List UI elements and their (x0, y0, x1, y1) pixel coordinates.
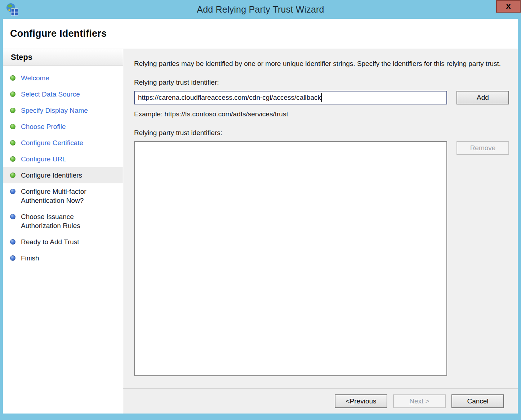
next-button[interactable]: Next > (393, 394, 446, 408)
page-description: Relying parties may be identified by one… (134, 59, 505, 68)
step-label: Configure Certificate (21, 138, 83, 147)
sidebar-item-choose-issuance-authorization-rules[interactable]: Choose Issuance Authorization Rules (3, 209, 123, 234)
content-pane: Relying parties may be identified by one… (123, 49, 518, 414)
sidebar-item-choose-profile[interactable]: Choose Profile (3, 119, 123, 135)
footer-button-bar: < Previous Next > Cancel (123, 388, 518, 414)
window-title: Add Relying Party Trust Wizard (197, 4, 324, 15)
step-status-bullet-icon (10, 189, 15, 194)
step-status-bullet-icon (10, 75, 15, 81)
identifier-input[interactable]: https://carena.cloudflareaccess.com/cdn-… (134, 91, 447, 104)
step-status-bullet-icon (10, 91, 15, 97)
step-label: Select Data Source (21, 90, 80, 99)
steps-sidebar: Steps Welcome Select Data Source Specify… (3, 49, 123, 414)
sidebar-item-configure-multi-factor-authentication-now[interactable]: Configure Multi-factor Authentication No… (3, 183, 123, 209)
identifier-input-value: https://carena.cloudflareaccess.com/cdn-… (138, 94, 321, 102)
wizard-window: Add Relying Party Trust Wizard X Configu… (0, 0, 521, 420)
step-label: Specify Display Name (21, 106, 88, 115)
step-status-bullet-icon (10, 214, 15, 219)
cancel-button[interactable]: Cancel (451, 394, 504, 408)
step-label: Configure Identifiers (21, 171, 82, 180)
step-label: Configure Multi-factor Authentication No… (21, 187, 112, 205)
step-label: Ready to Add Trust (21, 237, 79, 246)
step-label: Choose Issuance Authorization Rules (21, 212, 112, 230)
steps-heading: Steps (3, 49, 123, 66)
previous-button[interactable]: < Previous (335, 394, 387, 408)
titlebar: Add Relying Party Trust Wizard X (0, 0, 521, 19)
step-label: Configure URL (21, 155, 66, 164)
steps-list: Welcome Select Data Source Specify Displ… (3, 66, 123, 266)
sidebar-item-configure-url[interactable]: Configure URL (3, 151, 123, 167)
step-status-bullet-icon (10, 255, 15, 261)
sidebar-item-ready-to-add-trust[interactable]: Ready to Add Trust (3, 234, 123, 250)
remove-button[interactable]: Remove (457, 141, 509, 155)
page-title: Configure Identifiers (10, 28, 107, 39)
step-label: Choose Profile (21, 122, 66, 131)
step-status-bullet-icon (10, 140, 15, 146)
close-button[interactable]: X (496, 0, 521, 13)
sidebar-item-welcome[interactable]: Welcome (3, 70, 123, 86)
step-status-bullet-icon (10, 173, 15, 178)
sidebar-item-configure-identifiers[interactable]: Configure Identifiers (3, 167, 123, 183)
close-icon: X (506, 2, 511, 11)
identifier-field-label: Relying party trust identifier: (134, 79, 509, 86)
example-text: Example: https://fs.contoso.com/adfs/ser… (134, 110, 509, 118)
identifiers-listbox[interactable] (134, 141, 447, 376)
step-status-bullet-icon (10, 156, 15, 162)
sidebar-item-finish[interactable]: Finish (3, 250, 123, 266)
page-header: Configure Identifiers (3, 19, 518, 49)
add-button[interactable]: Add (457, 91, 509, 104)
step-status-bullet-icon (10, 124, 15, 129)
step-label: Welcome (21, 73, 49, 82)
sidebar-item-specify-display-name[interactable]: Specify Display Name (3, 102, 123, 119)
text-caret (321, 93, 322, 102)
wizard-frame: Configure Identifiers Steps Welcome Sele… (3, 19, 518, 414)
step-label: Finish (21, 254, 39, 263)
sidebar-item-configure-certificate[interactable]: Configure Certificate (3, 135, 123, 151)
identifiers-list-label: Relying party trust identifiers: (134, 129, 509, 137)
sidebar-item-select-data-source[interactable]: Select Data Source (3, 86, 123, 102)
step-status-bullet-icon (10, 239, 15, 245)
adfs-wizard-icon (5, 3, 19, 16)
step-status-bullet-icon (10, 108, 15, 113)
